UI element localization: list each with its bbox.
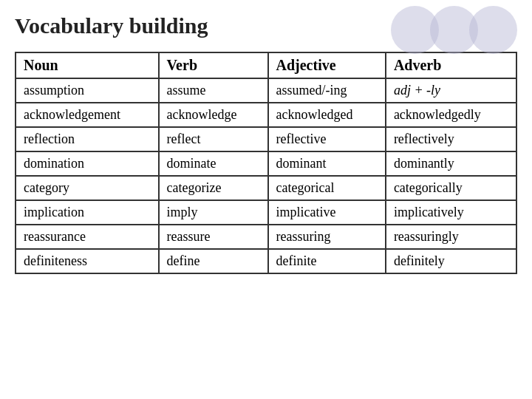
table-row: reflectionreflectreflectivereflectively bbox=[16, 127, 516, 151]
table-cell: definiteness bbox=[16, 249, 159, 273]
table-cell: dominant bbox=[268, 151, 386, 176]
table-cell: implicatively bbox=[386, 200, 516, 225]
circle-3 bbox=[469, 6, 517, 54]
table-row: definitenessdefinedefinitedefinitely bbox=[16, 249, 516, 273]
table-cell: adj + -ly bbox=[386, 78, 516, 103]
table-row: acknowledgementacknowledgeacknowledgedac… bbox=[16, 103, 516, 127]
table-row: dominationdominatedominantdominantly bbox=[16, 151, 516, 176]
table-cell: implicative bbox=[268, 200, 386, 225]
table-cell: define bbox=[159, 249, 268, 273]
table-cell: implication bbox=[16, 200, 159, 225]
table-cell: dominate bbox=[159, 151, 268, 176]
vocabulary-table: Noun Verb Adjective Adverb assumptionass… bbox=[15, 52, 517, 274]
col-header-adverb: Adverb bbox=[386, 52, 516, 78]
table-cell: reflective bbox=[268, 127, 386, 151]
table-cell: reflect bbox=[159, 127, 268, 151]
table-cell: assumed/-ing bbox=[268, 78, 386, 103]
table-cell: reflection bbox=[16, 127, 159, 151]
decorative-circles bbox=[391, 6, 517, 54]
table-cell: categorical bbox=[268, 176, 386, 200]
table-cell: assumption bbox=[16, 78, 159, 103]
table-cell: definitely bbox=[386, 249, 516, 273]
table-row: assumptionassumeassumed/-ingadj + -ly bbox=[16, 78, 516, 103]
table-cell: definite bbox=[268, 249, 386, 273]
col-header-noun: Noun bbox=[16, 52, 159, 78]
table-row: categorycategorizecategoricalcategorical… bbox=[16, 176, 516, 200]
table-cell: reassuring bbox=[268, 225, 386, 249]
table-header-row: Noun Verb Adjective Adverb bbox=[16, 52, 516, 78]
page: Vocabulary building Noun Verb Adjective … bbox=[0, 0, 532, 399]
table-cell: reassuringly bbox=[386, 225, 516, 249]
table-cell: acknowledge bbox=[159, 103, 268, 127]
table-cell: acknowledgedly bbox=[386, 103, 516, 127]
col-header-adjective: Adjective bbox=[268, 52, 386, 78]
table-cell: imply bbox=[159, 200, 268, 225]
table-cell: reassurance bbox=[16, 225, 159, 249]
col-header-verb: Verb bbox=[159, 52, 268, 78]
table-cell: dominantly bbox=[386, 151, 516, 176]
table-cell: domination bbox=[16, 151, 159, 176]
table-cell: category bbox=[16, 176, 159, 200]
table-cell: categorically bbox=[386, 176, 516, 200]
table-cell: acknowledgement bbox=[16, 103, 159, 127]
table-cell: assume bbox=[159, 78, 268, 103]
table-cell: categorize bbox=[159, 176, 268, 200]
table-row: reassurancereassurereassuringreassuringl… bbox=[16, 225, 516, 249]
table-cell: acknowledged bbox=[268, 103, 386, 127]
table-cell: reassure bbox=[159, 225, 268, 249]
table-row: implicationimplyimplicativeimplicatively bbox=[16, 200, 516, 225]
table-cell: reflectively bbox=[386, 127, 516, 151]
